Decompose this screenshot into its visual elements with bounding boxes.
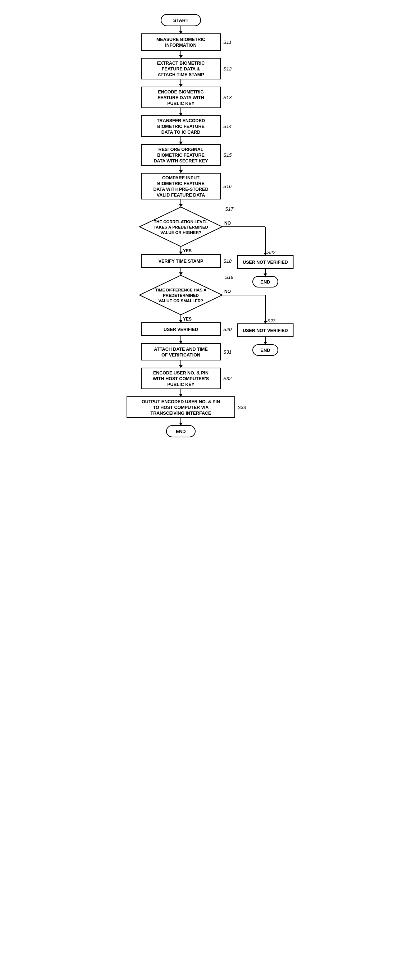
svg-marker-73 xyxy=(179,341,183,344)
svg-text:ATTACH DATE AND TIME: ATTACH DATE AND TIME xyxy=(154,347,208,352)
svg-text:TO HOST COMPUTER VIA: TO HOST COMPUTER VIA xyxy=(153,405,209,410)
svg-marker-67 xyxy=(179,320,183,323)
svg-text:ENCODE BIOMETRIC: ENCODE BIOMETRIC xyxy=(158,89,204,94)
svg-text:TIME DIFFERENCE HAS A: TIME DIFFERENCE HAS A xyxy=(155,288,207,292)
svg-text:S12: S12 xyxy=(223,66,232,72)
svg-text:EXTRACT BIOMETRIC: EXTRACT BIOMETRIC xyxy=(157,61,205,66)
svg-marker-99 xyxy=(264,253,267,256)
svg-text:RESTORE ORIGINAL: RESTORE ORIGINAL xyxy=(159,147,204,152)
svg-text:S15: S15 xyxy=(223,153,232,158)
svg-rect-6 xyxy=(141,34,220,50)
svg-text:VALID FEATURE DATA: VALID FEATURE DATA xyxy=(157,192,205,198)
svg-text:TAKES A PREDETERMINED: TAKES A PREDETERMINED xyxy=(154,225,208,229)
svg-text:S14: S14 xyxy=(223,124,232,129)
svg-text:YES: YES xyxy=(183,248,192,253)
svg-text:VALUE OR HIGHER?: VALUE OR HIGHER? xyxy=(160,231,201,235)
svg-text:DATA WITH SECRET KEY: DATA WITH SECRET KEY xyxy=(154,159,208,164)
svg-text:USER NOT VERIFIED: USER NOT VERIFIED xyxy=(243,260,288,265)
svg-text:S23: S23 xyxy=(267,318,276,323)
svg-text:INFORMATION: INFORMATION xyxy=(165,43,196,48)
svg-text:ATTACH TIME STAMP: ATTACH TIME STAMP xyxy=(157,72,204,77)
svg-text:DATA WITH PRE-STORED: DATA WITH PRE-STORED xyxy=(153,187,208,192)
svg-text:S31: S31 xyxy=(223,349,232,355)
svg-text:YES: YES xyxy=(183,317,192,321)
svg-text:WITH HOST COMPUTER'S: WITH HOST COMPUTER'S xyxy=(153,376,209,381)
svg-text:S16: S16 xyxy=(223,184,232,189)
svg-text:VALUE OR SMALLER?: VALUE OR SMALLER? xyxy=(159,299,203,303)
svg-marker-5 xyxy=(179,31,183,34)
svg-marker-104 xyxy=(264,274,267,276)
svg-text:START: START xyxy=(173,18,188,23)
svg-text:COMPARE INPUT: COMPARE INPUT xyxy=(162,175,199,180)
svg-rect-74 xyxy=(141,344,220,360)
svg-text:S18: S18 xyxy=(223,258,232,264)
svg-text:S22: S22 xyxy=(267,250,276,255)
svg-text:S19: S19 xyxy=(225,275,233,280)
svg-text:OUTPUT ENCODED USER NO. & PIN: OUTPUT ENCODED USER NO. & PIN xyxy=(142,399,220,404)
svg-text:S33: S33 xyxy=(238,405,246,410)
svg-text:BIOMETRIC FEATURE: BIOMETRIC FEATURE xyxy=(157,153,205,158)
svg-text:TRANSCEIVING INTERFACE: TRANSCEIVING INTERFACE xyxy=(151,411,212,416)
svg-text:PUBLIC KEY: PUBLIC KEY xyxy=(167,382,194,387)
svg-text:USER NOT VERIFIED: USER NOT VERIFIED xyxy=(243,328,288,333)
svg-marker-60 xyxy=(179,272,183,275)
svg-text:S11: S11 xyxy=(223,40,232,45)
svg-text:VERIFY TIME STAMP: VERIFY TIME STAMP xyxy=(159,259,204,264)
svg-marker-54 xyxy=(179,251,183,255)
svg-text:PREDETERMINED: PREDETERMINED xyxy=(163,293,199,298)
svg-marker-25 xyxy=(179,113,183,116)
svg-text:TRANSFER ENCODED: TRANSFER ENCODED xyxy=(157,118,205,123)
svg-text:END: END xyxy=(260,279,270,285)
svg-text:USER VERIFIED: USER VERIFIED xyxy=(164,327,198,332)
svg-marker-115 xyxy=(264,342,267,345)
svg-marker-86 xyxy=(179,394,183,397)
svg-marker-47 xyxy=(179,204,183,207)
svg-text:DATA TO IC CARD: DATA TO IC CARD xyxy=(161,130,200,135)
svg-text:S20: S20 xyxy=(223,327,232,332)
svg-text:BIOMETRIC FEATURE: BIOMETRIC FEATURE xyxy=(157,124,205,129)
svg-text:THE CORRELATION LEVEL: THE CORRELATION LEVEL xyxy=(154,220,208,224)
svg-marker-79 xyxy=(179,365,183,368)
svg-text:NO: NO xyxy=(224,289,231,294)
svg-text:ENCODE USER NO. & PIN: ENCODE USER NO. & PIN xyxy=(153,371,208,375)
svg-text:END: END xyxy=(176,429,186,434)
svg-marker-39 xyxy=(179,170,183,173)
svg-marker-93 xyxy=(179,423,183,425)
svg-text:MEASURE BIOMETRIC: MEASURE BIOMETRIC xyxy=(156,37,205,42)
svg-marker-110 xyxy=(264,321,267,324)
svg-marker-18 xyxy=(179,84,183,87)
svg-text:FEATURE DATA &: FEATURE DATA & xyxy=(162,67,200,72)
svg-text:BIOMETRIC FEATURE: BIOMETRIC FEATURE xyxy=(157,181,205,186)
svg-text:END: END xyxy=(260,347,270,353)
svg-text:S17: S17 xyxy=(225,206,234,212)
svg-text:S13: S13 xyxy=(223,95,232,100)
svg-text:S32: S32 xyxy=(223,376,232,381)
svg-text:FEATURE DATA WITH: FEATURE DATA WITH xyxy=(157,95,204,100)
svg-text:PUBLIC KEY: PUBLIC KEY xyxy=(167,101,194,106)
svg-marker-11 xyxy=(179,55,183,58)
svg-marker-32 xyxy=(179,142,183,145)
svg-text:NO: NO xyxy=(224,221,231,226)
svg-text:OF  VERIFICATION: OF VERIFICATION xyxy=(161,353,200,358)
